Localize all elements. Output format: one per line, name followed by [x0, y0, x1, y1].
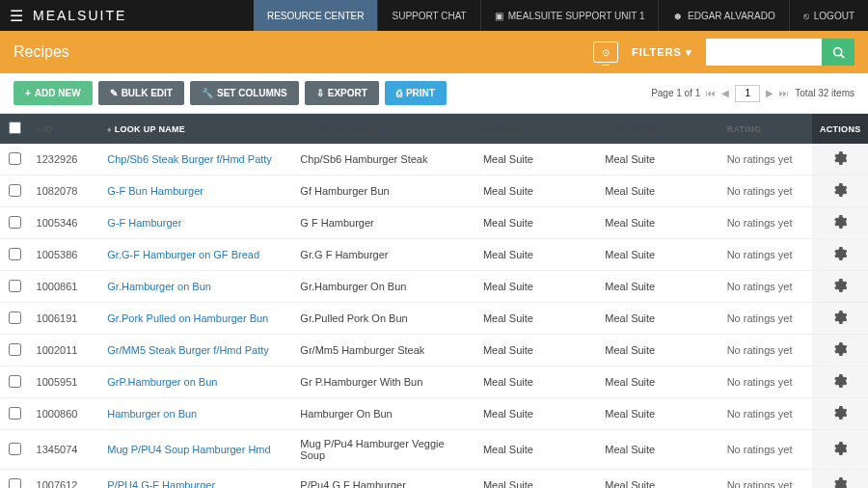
- row-checkbox[interactable]: [9, 280, 21, 292]
- col-rating-header[interactable]: RATING: [721, 114, 813, 144]
- search-button[interactable]: [822, 39, 854, 66]
- cell-id: 1345074: [31, 430, 102, 470]
- lookup-link[interactable]: P/PU4 G-F Hamburger: [107, 479, 215, 488]
- row-checkbox[interactable]: [9, 407, 21, 420]
- row-actions-gear-icon[interactable]: [833, 342, 847, 356]
- row-actions-gear-icon[interactable]: [833, 406, 847, 420]
- add-new-button[interactable]: +ADD NEW: [14, 81, 93, 105]
- top-nav: RESOURCE CENTER SUPPORT CHAT ▣MEALSUITE …: [254, 0, 868, 31]
- cell-rating: No ratings yet: [721, 144, 813, 176]
- print-label: PRINT: [406, 88, 435, 98]
- cell-display: Gf Hamburger Bun: [294, 176, 477, 207]
- cell-rating: No ratings yet: [721, 470, 813, 489]
- row-actions-gear-icon[interactable]: [833, 247, 847, 260]
- cell-creator: Meal Suite: [599, 239, 720, 271]
- nav-logout[interactable]: ⎋LOGOUT: [789, 0, 868, 31]
- cell-creator: Meal Suite: [599, 366, 720, 398]
- row-checkbox[interactable]: [9, 375, 21, 388]
- export-label: EXPORT: [328, 88, 367, 98]
- row-actions-gear-icon[interactable]: [833, 311, 847, 324]
- row-checkbox[interactable]: [9, 443, 21, 455]
- chevron-down-icon: ▾: [686, 46, 692, 58]
- row-actions-gear-icon[interactable]: [833, 477, 847, 488]
- cell-id: 1007612: [31, 470, 102, 489]
- cell-creator: Meal Suite: [599, 144, 720, 176]
- cell-owner: Meal Suite: [477, 207, 599, 239]
- cell-rating: No ratings yet: [721, 176, 813, 207]
- cell-display: Gr/Mm5 Hamburger Steak: [294, 335, 477, 366]
- row-checkbox[interactable]: [9, 248, 21, 260]
- row-checkbox[interactable]: [9, 216, 21, 229]
- table-row: 1005346G-F HamburgerG F HamburgerMeal Su…: [0, 207, 868, 239]
- export-button[interactable]: ⇩EXPORT: [305, 81, 379, 105]
- lookup-link[interactable]: Mug P/PU4 Soup Hamburger Hmd: [107, 444, 270, 455]
- pager-next[interactable]: ▶: [766, 88, 773, 98]
- cell-creator: Meal Suite: [599, 430, 720, 470]
- col-display-header[interactable]: ♦DISPLAY NAME: [294, 114, 477, 144]
- print-button[interactable]: ⎙PRINT: [385, 81, 447, 105]
- row-actions-gear-icon[interactable]: [833, 215, 847, 229]
- sort-icon: ♦: [605, 125, 609, 134]
- pager-first[interactable]: ⏮: [706, 88, 716, 98]
- cell-owner: Meal Suite: [477, 366, 599, 398]
- row-actions-gear-icon[interactable]: [833, 279, 847, 292]
- cell-creator: Meal Suite: [599, 398, 720, 430]
- table-scroll[interactable]: ♦ID ♦LOOK UP NAME ♦DISPLAY NAME ♦OWNER ♦…: [0, 113, 868, 488]
- page-header: Recipes ⊙ FILTERS ▾: [0, 31, 868, 73]
- table-row: 1005386Gr.G-F Hamburger on GF BreadGr.G …: [0, 239, 868, 271]
- bulk-edit-button[interactable]: ✎BULK EDIT: [98, 81, 184, 105]
- cell-owner: Meal Suite: [477, 430, 599, 470]
- cell-rating: No ratings yet: [721, 430, 813, 470]
- row-checkbox[interactable]: [9, 152, 21, 165]
- col-rating-label: RATING: [727, 124, 762, 134]
- col-lookup-header[interactable]: ♦LOOK UP NAME: [101, 114, 294, 144]
- row-checkbox[interactable]: [9, 343, 21, 356]
- col-creator-header[interactable]: ♦CREATOR: [599, 114, 720, 144]
- table-row: 1002011Gr/MM5 Steak Burger f/Hmd PattyGr…: [0, 335, 868, 366]
- search-input[interactable]: [706, 39, 822, 66]
- nav-support-chat[interactable]: SUPPORT CHAT: [377, 0, 479, 31]
- select-all-checkbox[interactable]: [9, 122, 21, 134]
- set-columns-button[interactable]: 🔧SET COLUMNS: [190, 81, 299, 105]
- row-actions-gear-icon[interactable]: [833, 183, 847, 197]
- col-owner-header[interactable]: ♦OWNER: [477, 114, 599, 144]
- lookup-link[interactable]: Hamburger on Bun: [107, 408, 197, 420]
- lookup-link[interactable]: Gr.G-F Hamburger on GF Bread: [107, 249, 259, 260]
- sort-icon: ♦: [107, 125, 111, 134]
- svg-line-1: [840, 54, 843, 57]
- lookup-link[interactable]: Chp/Sb6 Steak Burger f/Hmd Patty: [107, 153, 272, 165]
- row-actions-gear-icon[interactable]: [833, 374, 847, 388]
- cell-rating: No ratings yet: [721, 335, 813, 366]
- row-actions-gear-icon[interactable]: [833, 442, 847, 455]
- nav-unit[interactable]: ▣MEALSUITE SUPPORT UNIT 1: [480, 0, 659, 31]
- nav-resource-center[interactable]: RESOURCE CENTER: [254, 0, 378, 31]
- lookup-link[interactable]: Gr/MM5 Steak Burger f/Hmd Patty: [107, 344, 269, 356]
- lookup-link[interactable]: Gr.Pork Pulled on Hamburger Bun: [107, 312, 268, 324]
- lookup-link[interactable]: Gr.Hamburger on Bun: [107, 281, 211, 292]
- user-icon: ☻: [672, 11, 683, 21]
- row-actions-gear-icon[interactable]: [833, 151, 847, 165]
- table-row: 1006191Gr.Pork Pulled on Hamburger BunGr…: [0, 303, 868, 335]
- nav-user[interactable]: ☻EDGAR ALVARADO: [658, 0, 788, 31]
- table-row: 1000861Gr.Hamburger on BunGr.Hamburger O…: [0, 271, 868, 303]
- cell-rating: No ratings yet: [721, 303, 813, 335]
- cell-owner: Meal Suite: [477, 176, 599, 207]
- row-checkbox[interactable]: [9, 478, 21, 489]
- cell-creator: Meal Suite: [599, 303, 720, 335]
- col-owner-label: OWNER: [490, 124, 525, 134]
- lookup-link[interactable]: G-F Hamburger: [107, 217, 181, 229]
- lookup-link[interactable]: GrP.Hamburger on Bun: [107, 376, 217, 388]
- lookup-link[interactable]: G-F Bun Hamburger: [107, 185, 203, 197]
- col-id-header[interactable]: ♦ID: [31, 114, 102, 144]
- display-icon[interactable]: ⊙: [593, 41, 618, 63]
- filters-dropdown[interactable]: FILTERS ▾: [632, 46, 692, 59]
- pager-prev[interactable]: ◀: [721, 88, 729, 98]
- pager-input[interactable]: [735, 85, 760, 102]
- bulk-label: BULK EDIT: [122, 88, 173, 98]
- menu-icon[interactable]: ☰: [0, 7, 33, 25]
- pager-last[interactable]: ⏭: [779, 88, 789, 98]
- cell-rating: No ratings yet: [721, 207, 813, 239]
- row-checkbox[interactable]: [9, 184, 21, 197]
- edit-icon: ✎: [110, 88, 118, 98]
- row-checkbox[interactable]: [9, 312, 21, 324]
